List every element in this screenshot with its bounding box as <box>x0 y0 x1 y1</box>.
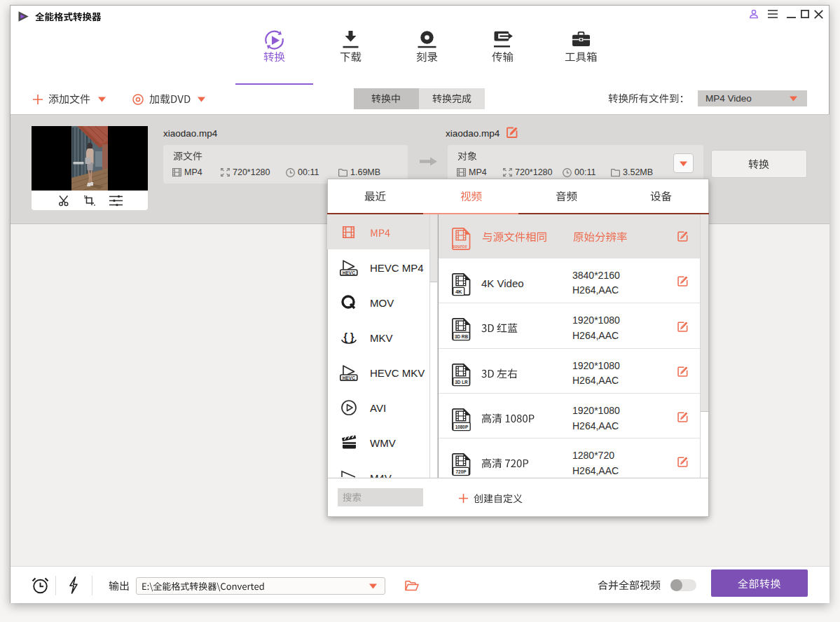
svg-text:source: source <box>453 244 467 249</box>
svg-text:{ }: { } <box>344 331 354 343</box>
svg-text:HEVC: HEVC <box>343 270 355 275</box>
svg-text:3D LR: 3D LR <box>455 379 468 384</box>
svg-text:720P: 720P <box>456 469 467 474</box>
svg-text:3D RB: 3D RB <box>455 334 469 339</box>
svg-text:HEVC: HEVC <box>343 375 355 380</box>
svg-text:1080P: 1080P <box>455 424 469 429</box>
svg-text:4K: 4K <box>455 288 462 294</box>
